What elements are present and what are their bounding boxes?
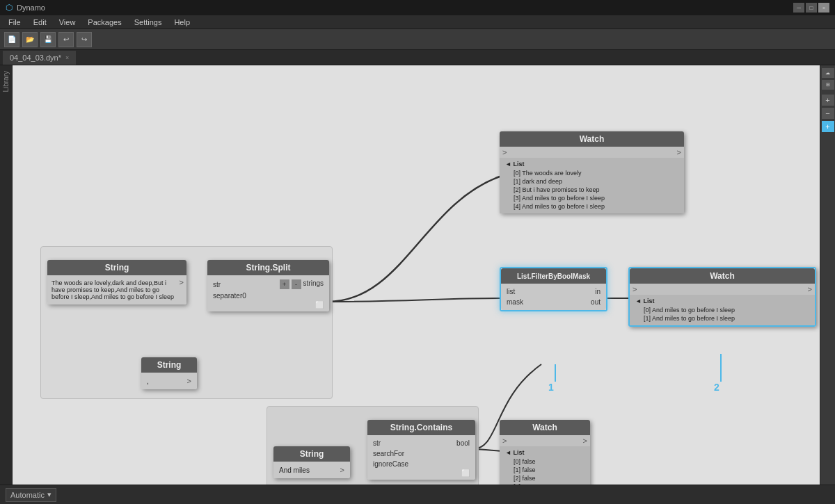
- menu-file[interactable]: File: [3, 17, 26, 28]
- new-button[interactable]: 📄: [4, 32, 19, 47]
- contains-search-label: searchFor: [373, 450, 404, 457]
- string-split-node[interactable]: String.Split str + - strings separater0 …: [207, 260, 329, 311]
- watch2-item-0: [0] And miles to go before I sleep: [635, 306, 809, 314]
- watch2-header: Watch: [630, 268, 815, 284]
- zoom-in-btn[interactable]: +: [822, 95, 834, 106]
- string2-value[interactable]: ,: [147, 377, 149, 385]
- filter-list-label: list: [507, 288, 515, 295]
- menu-help[interactable]: Help: [168, 17, 196, 28]
- watch1-input-port[interactable]: >: [502, 148, 507, 156]
- filter-in-label: in: [595, 288, 601, 295]
- string-contains-body: str bool searchFor ignoreCase ⬜: [367, 435, 475, 480]
- minus-btn[interactable]: -: [292, 279, 301, 289]
- watch-node-1[interactable]: Watch > > ◄ List [0] The woods are lovel…: [500, 131, 684, 213]
- menu-packages[interactable]: Packages: [82, 17, 127, 28]
- watch3-output-port[interactable]: >: [583, 437, 587, 445]
- maximize-button[interactable]: □: [806, 3, 817, 13]
- title-bar: ⬡ Dynamo ─ □ ×: [0, 0, 835, 15]
- string-split-resize[interactable]: ⬜: [210, 301, 326, 309]
- plus-btn[interactable]: +: [280, 279, 289, 289]
- canvas-right-toolbar: ☁ ⊞ + − +: [820, 65, 835, 485]
- undo-button[interactable]: ↩: [58, 32, 74, 47]
- watch1-item-2: [2] But i have promises to keep: [505, 186, 678, 194]
- string2-port[interactable]: >: [187, 377, 191, 385]
- string-node-2[interactable]: String , >: [141, 357, 197, 389]
- string-split-header: String.Split: [207, 260, 329, 275]
- redo-button[interactable]: ↪: [77, 32, 92, 47]
- sidebar[interactable]: Library: [0, 65, 13, 485]
- open-button[interactable]: 📂: [22, 32, 38, 47]
- string-contains-header: String.Contains: [367, 420, 475, 435]
- filter-header: List.FilterByBoolMask: [501, 268, 606, 284]
- tab-main[interactable]: 04_04_03.dyn* ×: [3, 51, 76, 65]
- string1-value[interactable]: The woods are lovely,dark and deep,But i…: [50, 278, 177, 302]
- string-split-body: str + - strings separater0 ⬜: [207, 275, 329, 311]
- sidebar-label: Library: [2, 71, 10, 92]
- string2-body: , >: [141, 373, 197, 389]
- string-node-3[interactable]: String And miles >: [273, 446, 350, 478]
- tab-close-icon[interactable]: ×: [65, 54, 69, 61]
- view-btn-2[interactable]: ⊞: [822, 80, 834, 90]
- contains-ignore-label: ignoreCase: [373, 460, 408, 468]
- contains-str-row: str bool: [370, 438, 472, 448]
- menu-view[interactable]: View: [54, 17, 81, 28]
- label-1: 1: [548, 382, 554, 393]
- status-bar: Automatic ▾: [0, 485, 835, 504]
- string3-body: And miles >: [273, 462, 350, 478]
- mode-dropdown[interactable]: Automatic ▾: [6, 488, 56, 502]
- watch1-output-port[interactable]: >: [677, 148, 681, 156]
- window-controls: ─ □ ×: [793, 3, 829, 13]
- menu-edit[interactable]: Edit: [28, 17, 52, 28]
- string1-header: String: [47, 260, 186, 275]
- string1-body: The woods are lovely,dark and deep,But i…: [47, 275, 186, 304]
- close-button[interactable]: ×: [818, 3, 829, 13]
- label-2: 2: [714, 382, 719, 393]
- dropdown-arrow-icon: ▾: [47, 490, 51, 499]
- str-label: str: [213, 281, 221, 288]
- string3-port[interactable]: >: [340, 466, 344, 474]
- save-button[interactable]: 💾: [40, 32, 56, 47]
- filter-list-row: list in: [504, 286, 603, 297]
- menu-settings[interactable]: Settings: [129, 17, 168, 28]
- main-area: Library: [0, 65, 835, 485]
- filter-mask-label: mask: [507, 298, 523, 306]
- menu-bar: File Edit View Packages Settings Help: [0, 15, 835, 29]
- string1-content-row: The woods are lovely,dark and deep,But i…: [50, 278, 184, 302]
- watch3-io-row: > >: [500, 435, 590, 446]
- string2-header: String: [141, 357, 197, 373]
- watch3-item-0: [0] false: [505, 457, 584, 466]
- contains-resize[interactable]: ⬜: [370, 469, 472, 477]
- contains-str-label: str: [373, 439, 381, 447]
- watch3-input-port[interactable]: >: [502, 437, 507, 445]
- string2-row: , >: [144, 375, 194, 387]
- watch2-item-1: [1] And miles to go before I sleep: [635, 314, 809, 323]
- app-icon: ⬡: [6, 3, 13, 13]
- watch2-output-port[interactable]: >: [808, 285, 812, 293]
- zoom-out-btn[interactable]: −: [822, 108, 834, 119]
- canvas[interactable]: Watch > > ◄ List [0] The woods are lovel…: [13, 65, 835, 485]
- tab-label: 04_04_03.dyn*: [10, 54, 61, 62]
- string-split-str-row: str + - strings: [210, 278, 326, 291]
- string-contains-node[interactable]: String.Contains str bool searchFor ignor…: [367, 420, 475, 480]
- minimize-button[interactable]: ─: [793, 3, 804, 13]
- contains-search-row: searchFor: [370, 448, 472, 459]
- string3-value[interactable]: And miles: [279, 466, 310, 474]
- watch1-content: ◄ List [0] The woods are lovely [1] dark…: [500, 158, 684, 213]
- watch3-header: Watch: [500, 420, 590, 435]
- watch3-item-3: [3] true: [505, 482, 584, 485]
- view-btn-1[interactable]: ☁: [822, 68, 834, 78]
- watch2-list-label: ◄ List: [635, 298, 809, 304]
- app-title: Dynamo: [17, 3, 45, 12]
- watch-node-3[interactable]: Watch > > ◄ List [0] false [1] false [2]…: [500, 420, 590, 485]
- watch-node-2[interactable]: Watch > > ◄ List [0] And miles to go bef…: [628, 267, 816, 327]
- zoom-fit-btn[interactable]: +: [822, 121, 834, 132]
- watch3-content: ◄ List [0] false [1] false [2] false [3]…: [500, 446, 590, 485]
- string1-port[interactable]: >: [180, 278, 184, 286]
- watch2-input-port[interactable]: >: [633, 285, 637, 293]
- watch1-item-1: [1] dark and deep: [505, 177, 678, 186]
- string-node-1[interactable]: String The woods are lovely,dark and dee…: [47, 260, 186, 304]
- contains-bool-label: bool: [456, 439, 470, 447]
- filter-mask-row: mask out: [504, 297, 603, 307]
- filter-node[interactable]: List.FilterByBoolMask list in mask out: [500, 267, 607, 311]
- mode-label: Automatic: [10, 491, 45, 499]
